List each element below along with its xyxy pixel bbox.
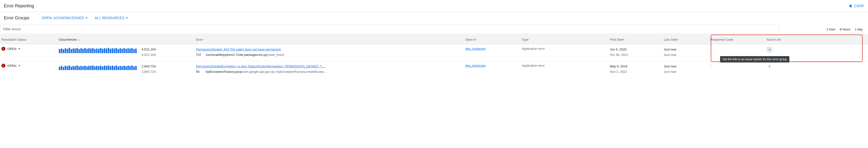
error-func: (raise_from) xyxy=(267,53,284,57)
col-header-occurrences-label: Occurrences xyxy=(59,38,77,41)
chevron-down-icon xyxy=(19,65,20,66)
table-row: ! OPEN 2,843,724 2,843,724 PermissionDen… xyxy=(0,61,868,78)
occurrences-histogram xyxy=(59,64,137,70)
error-title-link[interactable]: PermissionDeniedException: io.grpc.Statu… xyxy=(196,64,325,68)
search-row: 1 hour 6 hours 1 day xyxy=(0,24,868,34)
error-line-count: 55 xyxy=(196,69,205,75)
error-func: (com.google.api.gax.rpc.ApiExceptionFact… xyxy=(241,70,327,73)
status-dropdown[interactable]: ! OPEN xyxy=(1,47,59,51)
firstseen-cell: Jun 5, 2020 Oct 30, 2022 xyxy=(610,47,664,58)
configure-button[interactable]: CONF xyxy=(849,4,864,8)
col-header-type[interactable]: Type xyxy=(522,38,610,41)
page-title: Error Reporting xyxy=(4,3,34,8)
chevron-down-icon xyxy=(19,48,20,50)
error-path: /usr/local/lib/python2.7/site-packages/s… xyxy=(206,53,267,57)
chevron-down-icon xyxy=(86,18,87,19)
occurrences-secondary: 4,521,104 xyxy=(142,52,156,58)
occurrences-cell: 4,521,104 4,521,104 xyxy=(59,47,196,58)
issuelink-cell: + xyxy=(767,47,840,53)
responsecode-cell: - xyxy=(710,47,767,51)
col-header-occurrences[interactable]: Occurrences ↓ xyxy=(59,38,196,41)
seenin-cell: gke_instances xyxy=(465,64,522,67)
col-header-firstseen[interactable]: First Seen xyxy=(610,38,664,41)
firstseen-secondary: Oct 30, 2022 xyxy=(610,52,664,58)
firstseen-primary: May 9, 2019 xyxy=(610,64,664,69)
lastseen-cell: Just now Just now xyxy=(664,47,710,58)
col-header-error[interactable]: Error xyxy=(196,38,465,41)
error-subtext: 55 ApiExceptionFactory.java(com.google.a… xyxy=(196,69,461,75)
sort-descending-icon: ↓ xyxy=(79,38,80,41)
seenin-link[interactable]: gke_instances xyxy=(465,64,486,67)
chevron-down-icon xyxy=(126,18,128,19)
lastseen-secondary: Just now xyxy=(664,52,710,58)
lastseen-primary: Just now xyxy=(664,47,710,52)
error-cell: PermissionDenied: 403 The caller does no… xyxy=(196,47,465,58)
occurrences-primary: 4,521,104 xyxy=(142,47,156,52)
status-label: OPEN xyxy=(7,64,17,68)
filter-errors-input[interactable] xyxy=(0,25,779,34)
col-header-responsecode[interactable]: Response Code xyxy=(710,38,767,41)
error-cell: PermissionDeniedException: io.grpc.Statu… xyxy=(196,64,465,75)
table-header: Resolution Status Occurrences ↓ Error Se… xyxy=(0,34,868,45)
resource-filter-dropdown[interactable]: ALL RESOURCES xyxy=(95,16,128,20)
type-cell: Application error xyxy=(522,47,610,51)
time-range-1day[interactable]: 1 day xyxy=(855,27,863,31)
type-cell: Application error xyxy=(522,64,610,67)
lastseen-primary: Just now xyxy=(664,64,710,69)
time-range-1hour[interactable]: 1 hour xyxy=(826,27,835,31)
status-cell: ! OPEN xyxy=(0,64,59,68)
resource-filter-label: ALL RESOURCES xyxy=(95,16,124,20)
issuelink-cell: + xyxy=(767,64,840,69)
status-filter-dropdown[interactable]: OPEN, ACKNOWLEDGED xyxy=(42,16,87,20)
issue-link-tooltip: Set the link to an issue tracker for thi… xyxy=(720,56,789,62)
col-header-status[interactable]: Resolution Status xyxy=(0,38,59,41)
error-line-count: 737 xyxy=(196,52,205,58)
firstseen-primary: Jun 5, 2020 xyxy=(610,47,664,52)
col-header-seenin[interactable]: Seen In xyxy=(465,38,522,41)
occurrences-cell: 2,843,724 2,843,724 xyxy=(59,64,196,75)
firstseen-cell: May 9, 2019 Nov 2, 2022 xyxy=(610,64,664,75)
configure-label: CONF xyxy=(854,4,864,8)
col-header-issuelink[interactable]: Issue Link xyxy=(767,38,840,41)
status-filter-label: OPEN, ACKNOWLEDGED xyxy=(42,16,84,20)
occurrences-secondary: 2,843,724 xyxy=(142,69,156,75)
occurrences-counts: 4,521,104 4,521,104 xyxy=(142,47,156,58)
occurrences-counts: 2,843,724 2,843,724 xyxy=(142,64,156,75)
responsecode-cell: - xyxy=(710,64,767,67)
status-dropdown[interactable]: ! OPEN xyxy=(1,64,59,68)
col-header-lastseen[interactable]: Last Seen xyxy=(664,38,710,41)
add-issue-link-button[interactable]: + xyxy=(767,47,773,53)
add-issue-link-button[interactable]: + xyxy=(767,64,773,69)
time-range-6hours[interactable]: 6 hours xyxy=(840,27,850,31)
seenin-link[interactable]: gke_instances xyxy=(465,47,486,51)
seenin-cell: gke_instances xyxy=(465,47,522,51)
error-icon: ! xyxy=(1,64,5,68)
error-groups-table: Resolution Status Occurrences ↓ Error Se… xyxy=(0,34,868,78)
bell-icon xyxy=(849,4,852,8)
error-icon: ! xyxy=(1,47,5,51)
occurrences-histogram xyxy=(59,47,137,53)
filter-bar: Error Groups OPEN, ACKNOWLEDGED ALL RESO… xyxy=(0,12,868,24)
lastseen-cell: Just now Just now xyxy=(664,64,710,75)
page-header: Error Reporting CONF xyxy=(0,0,868,12)
lastseen-secondary: Just now xyxy=(664,69,710,75)
firstseen-secondary: Nov 2, 2022 xyxy=(610,69,664,75)
error-subtext: 737 /usr/local/lib/python2.7/site-packag… xyxy=(196,52,461,58)
section-title: Error Groups xyxy=(4,16,29,21)
time-range-filters: 1 hour 6 hours 1 day xyxy=(826,27,864,31)
status-cell: ! OPEN xyxy=(0,47,59,51)
error-path: ApiExceptionFactory.java xyxy=(206,70,241,73)
error-title-link[interactable]: PermissionDenied: 403 The caller does no… xyxy=(196,48,281,51)
occurrences-primary: 2,843,724 xyxy=(142,64,156,69)
status-label: OPEN xyxy=(7,47,17,51)
